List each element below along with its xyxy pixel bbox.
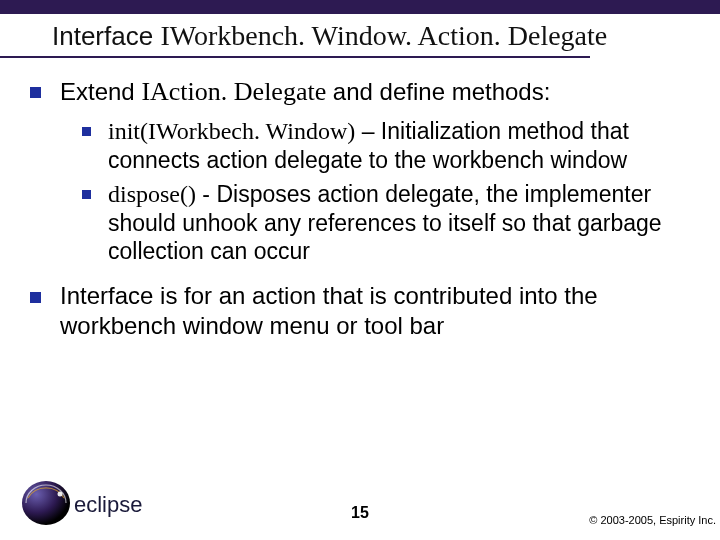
sub-bullet-code: dispose()	[108, 181, 196, 207]
content-area: Extend IAction. Delegate and define meth…	[0, 58, 720, 341]
top-bar	[0, 0, 720, 14]
sub-bullet-item: init(IWorkbech. Window) – Initialization…	[82, 117, 702, 174]
sub-bullet-list: init(IWorkbech. Window) – Initialization…	[82, 117, 702, 266]
slide: Interface IWorkbench. Window. Action. De…	[0, 0, 720, 540]
title-code: IWorkbench. Window. Action. Delegate	[160, 20, 607, 51]
bullet-item: Extend IAction. Delegate and define meth…	[26, 76, 702, 265]
bullet-code: IAction. Delegate	[141, 77, 326, 106]
bullet-text-pre: Extend	[60, 78, 141, 105]
slide-title: Interface IWorkbench. Window. Action. De…	[52, 20, 590, 52]
eclipse-logo: eclipse	[20, 480, 170, 526]
title-prefix: Interface	[52, 21, 160, 51]
logo-text: eclipse	[74, 492, 142, 517]
bullet-list: Extend IAction. Delegate and define meth…	[26, 76, 702, 341]
copyright-text: © 2003-2005, Espirity Inc.	[589, 514, 716, 526]
svg-point-1	[58, 492, 63, 497]
bullet-item: Interface is for an action that is contr…	[26, 281, 702, 341]
page-number: 15	[351, 504, 369, 522]
footer: eclipse 15 © 2003-2005, Espirity Inc.	[0, 470, 720, 540]
bullet-text-post: Interface is for an action that is contr…	[60, 282, 598, 339]
bullet-text-post: and define methods:	[326, 78, 550, 105]
sub-bullet-item: dispose() - Disposes action delegate, th…	[82, 180, 702, 265]
title-area: Interface IWorkbench. Window. Action. De…	[0, 14, 590, 58]
sub-bullet-code: init(IWorkbech. Window)	[108, 118, 355, 144]
